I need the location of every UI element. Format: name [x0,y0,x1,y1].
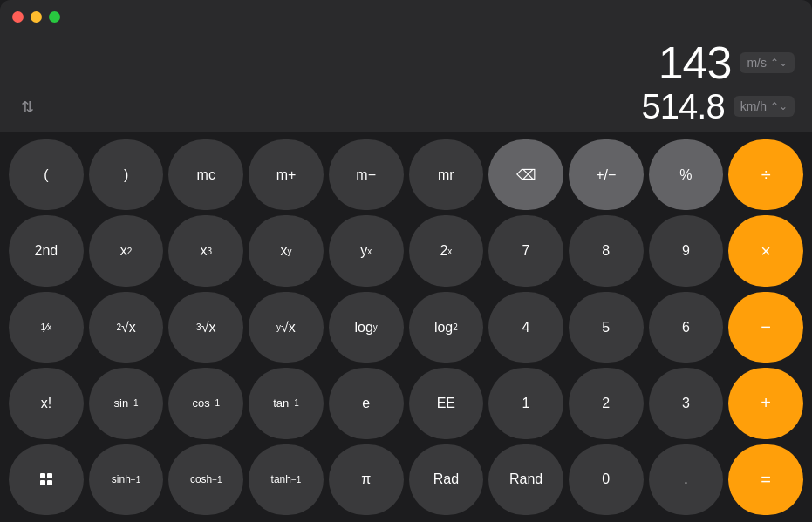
unit-label-1: m/s [747,56,767,70]
one-button[interactable]: 1 [488,368,563,438]
sqrt-button[interactable]: 2√x [89,292,164,363]
titlebar [0,0,812,33]
close-button[interactable] [12,11,24,23]
2nd-button[interactable]: 2nd [9,215,84,286]
svg-rect-0 [40,473,45,478]
unit-arrows-2: ⌃⌄ [770,100,788,112]
ee-button[interactable]: EE [409,368,484,438]
six-button[interactable]: 6 [649,292,724,363]
unit-selector-1[interactable]: m/s ⌃⌄ [740,52,795,73]
arctan-button[interactable]: tan−1 [249,368,324,438]
sort-icon[interactable]: ⇅ [17,94,48,119]
svg-rect-3 [47,480,52,485]
button-row-3: 1⁄x 2√x 3√x y√x logy log2 4 5 6 − [9,292,803,363]
nine-button[interactable]: 9 [649,215,724,286]
three-button[interactable]: 3 [649,368,724,438]
svg-rect-1 [47,473,52,478]
m-minus-button[interactable]: m− [329,139,404,210]
x-cubed-button[interactable]: x3 [168,215,243,286]
grid-button[interactable] [9,444,84,515]
arcsin-button[interactable]: sin−1 [89,368,164,438]
factorial-button[interactable]: x! [9,368,84,438]
plus-minus-button[interactable]: +/− [569,139,644,210]
2-to-x-button[interactable]: 2x [409,215,484,286]
buttons-area: ( ) mc m+ m− mr ⌫ +/− % ÷ 2nd x2 x3 xy y… [0,132,812,522]
eight-button[interactable]: 8 [569,215,644,286]
maximize-button[interactable] [49,11,60,23]
display-value-2: 514.8 [642,89,725,124]
backspace-button[interactable]: ⌫ [488,139,563,210]
log-2-button[interactable]: log2 [409,292,484,363]
open-paren-button[interactable]: ( [9,139,84,210]
traffic-lights [12,11,60,23]
button-row-1: ( ) mc m+ m− mr ⌫ +/− % ÷ [9,139,803,210]
plus-button[interactable]: + [728,368,803,438]
zero-button[interactable]: 0 [569,444,644,515]
arccosh-button[interactable]: cosh−1 [168,444,243,515]
minimize-button[interactable] [31,11,42,23]
five-button[interactable]: 5 [569,292,644,363]
button-row-5: sinh−1 cosh−1 tanh−1 π Rad Rand 0 . = [9,444,803,515]
mr-button[interactable]: mr [409,139,484,210]
one-over-x-button[interactable]: 1⁄x [9,292,84,363]
four-button[interactable]: 4 [488,292,563,363]
unit-selector-2[interactable]: km/h ⌃⌄ [734,96,795,117]
unit-arrows-1: ⌃⌄ [770,57,788,69]
log-y-button[interactable]: logy [329,292,404,363]
close-paren-button[interactable]: ) [89,139,164,210]
button-row-4: x! sin−1 cos−1 tan−1 e EE 1 2 3 + [9,368,803,438]
two-button[interactable]: 2 [569,368,644,438]
m-plus-button[interactable]: m+ [249,139,324,210]
display-area: 143 m/s ⌃⌄ ⇅ 514.8 km/h ⌃⌄ [0,33,812,132]
arcsinh-button[interactable]: sinh−1 [89,444,164,515]
y-root-x-button[interactable]: y√x [249,292,324,363]
display-value-1: 143 [658,40,732,85]
unit-label-2: km/h [740,99,767,113]
arccos-button[interactable]: cos−1 [168,368,243,438]
arctanh-button[interactable]: tanh−1 [249,444,324,515]
y-to-x-button[interactable]: yx [329,215,404,286]
svg-rect-2 [40,480,45,485]
rad-button[interactable]: Rad [409,444,484,515]
percent-button[interactable]: % [649,139,724,210]
rand-button[interactable]: Rand [488,444,563,515]
mc-button[interactable]: mc [168,139,243,210]
display-row-1: 143 m/s ⌃⌄ [17,40,795,85]
equals-button[interactable]: = [728,444,803,515]
x-to-y-button[interactable]: xy [249,215,324,286]
euler-button[interactable]: e [329,368,404,438]
seven-button[interactable]: 7 [488,215,563,286]
x-squared-button[interactable]: x2 [89,215,164,286]
button-row-2: 2nd x2 x3 xy yx 2x 7 8 9 × [9,215,803,286]
multiply-button[interactable]: × [728,215,803,286]
minus-button[interactable]: − [728,292,803,363]
display-row-2: 514.8 km/h ⌃⌄ [642,89,795,124]
divide-button[interactable]: ÷ [728,139,803,210]
cbrt-button[interactable]: 3√x [168,292,243,363]
pi-button[interactable]: π [329,444,404,515]
decimal-button[interactable]: . [649,444,724,515]
